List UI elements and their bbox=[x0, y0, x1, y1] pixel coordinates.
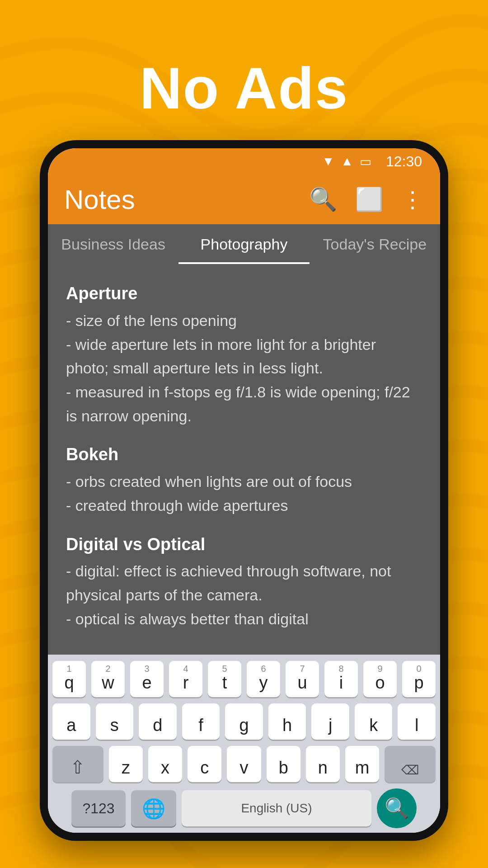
key-b[interactable]: b bbox=[267, 746, 300, 782]
key-m[interactable]: m bbox=[345, 746, 379, 782]
key-q[interactable]: 1q bbox=[52, 661, 86, 697]
key-c[interactable]: c bbox=[188, 746, 221, 782]
tab-bar: Business Ideas Photography Today's Recip… bbox=[48, 224, 440, 264]
key-n[interactable]: n bbox=[306, 746, 340, 782]
wifi-icon: ▼ bbox=[322, 154, 334, 169]
phone-screen: ▼ ▲ ▭ 12:30 Notes 🔍 ⬜ ⋮ Business Ideas P… bbox=[48, 148, 440, 833]
key-r[interactable]: 4r bbox=[169, 661, 202, 697]
keyboard-row-1: 1q 2w 3e 4r 5t 6y 7u 8i 9o 0p bbox=[52, 661, 436, 697]
more-vert-icon[interactable]: ⋮ bbox=[401, 186, 424, 212]
key-u[interactable]: 7u bbox=[286, 661, 319, 697]
key-i[interactable]: 8i bbox=[324, 661, 358, 697]
tab-photography[interactable]: Photography bbox=[178, 224, 309, 264]
key-j[interactable]: j bbox=[311, 703, 349, 740]
key-l[interactable]: l bbox=[398, 703, 436, 740]
key-d[interactable]: d bbox=[139, 703, 177, 740]
status-time: 12:30 bbox=[386, 153, 422, 170]
key-s[interactable]: s bbox=[96, 703, 134, 740]
key-w[interactable]: 2w bbox=[91, 661, 125, 697]
key-h[interactable]: h bbox=[268, 703, 306, 740]
app-bar: Notes 🔍 ⬜ ⋮ bbox=[48, 175, 440, 224]
key-e[interactable]: 3e bbox=[130, 661, 164, 697]
tab-business-ideas[interactable]: Business Ideas bbox=[48, 224, 178, 264]
key-y[interactable]: 6y bbox=[247, 661, 280, 697]
shift-key[interactable]: ⇧ bbox=[52, 746, 103, 782]
globe-key[interactable]: 🌐 bbox=[131, 790, 176, 826]
note-section-digital: Digital vs Optical - digital: effect is … bbox=[66, 531, 422, 631]
key-v[interactable]: v bbox=[227, 746, 261, 782]
key-z[interactable]: z bbox=[109, 746, 143, 782]
folder-icon[interactable]: ⬜ bbox=[355, 186, 383, 212]
no-ads-headline: No Ads bbox=[0, 54, 488, 122]
signal-icon: ▲ bbox=[341, 154, 353, 169]
key-f[interactable]: f bbox=[182, 703, 220, 740]
backspace-key[interactable]: ⌫ bbox=[385, 746, 436, 782]
phone-frame: ▼ ▲ ▭ 12:30 Notes 🔍 ⬜ ⋮ Business Ideas P… bbox=[40, 140, 448, 841]
keyboard-row-3: ⇧ z x c v b n m ⌫ bbox=[52, 746, 436, 782]
key-t[interactable]: 5t bbox=[208, 661, 241, 697]
key-o[interactable]: 9o bbox=[363, 661, 397, 697]
keyboard-row-2: a s d f g h j k l bbox=[52, 703, 436, 740]
search-icon[interactable]: 🔍 bbox=[309, 186, 337, 212]
space-key[interactable]: English (US) bbox=[182, 790, 371, 826]
keyboard-bottom-row: ?123 🌐 English (US) 🔍 bbox=[52, 788, 436, 828]
keyboard: 1q 2w 3e 4r 5t 6y 7u 8i 9o 0p a s d f g … bbox=[48, 655, 440, 833]
tab-todays-recipe[interactable]: Today's Recipe bbox=[310, 224, 440, 264]
battery-icon: ▭ bbox=[360, 154, 371, 169]
keyboard-search-button[interactable]: 🔍 bbox=[377, 788, 417, 828]
key-p[interactable]: 0p bbox=[402, 661, 436, 697]
app-title: Notes bbox=[64, 184, 309, 215]
key-g[interactable]: g bbox=[225, 703, 263, 740]
status-bar: ▼ ▲ ▭ 12:30 bbox=[48, 148, 440, 175]
note-section-aperture: Aperture - size of the lens opening- wid… bbox=[66, 280, 422, 428]
key-x[interactable]: x bbox=[148, 746, 182, 782]
note-content[interactable]: Aperture - size of the lens opening- wid… bbox=[48, 264, 440, 655]
note-section-bokeh: Bokeh - orbs created when lights are out… bbox=[66, 441, 422, 517]
key-k[interactable]: k bbox=[355, 703, 393, 740]
sym-key[interactable]: ?123 bbox=[71, 790, 126, 826]
key-a[interactable]: a bbox=[52, 703, 90, 740]
